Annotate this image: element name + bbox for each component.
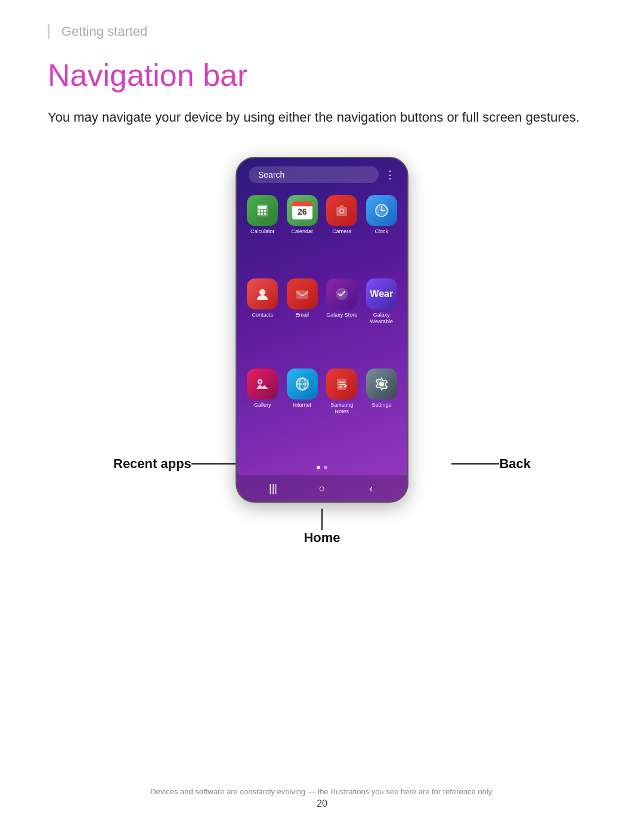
phone-header: Search ⋮ <box>237 158 407 189</box>
back-line <box>451 463 499 465</box>
gallery-icon <box>247 368 278 400</box>
internet-icon <box>287 368 318 400</box>
page-dots <box>237 460 407 475</box>
gallery-label: Gallery <box>254 402 271 408</box>
app-galaxy-wearable[interactable]: Wear Galaxy Wearable <box>364 278 400 364</box>
footer: Devices and software are constantly evol… <box>0 775 644 809</box>
back-button[interactable]: ‹ <box>361 481 380 496</box>
phone-diagram: Recent apps Search ⋮ <box>113 157 531 546</box>
diagram-area: Recent apps Search ⋮ <box>48 157 596 546</box>
recent-apps-label-area: Recent apps <box>113 456 239 472</box>
svg-rect-6 <box>261 213 263 215</box>
svg-rect-2 <box>258 210 260 212</box>
email-icon <box>287 278 318 309</box>
app-gallery[interactable]: Gallery <box>245 368 280 454</box>
app-internet[interactable]: Internet <box>285 368 320 454</box>
calculator-icon <box>247 195 278 226</box>
settings-label: Settings <box>371 402 391 408</box>
menu-icon: ⋮ <box>385 168 395 181</box>
svg-rect-4 <box>264 210 266 212</box>
calculator-label: Calculator <box>250 228 275 235</box>
phone-search: Search <box>249 166 379 183</box>
email-label: Email <box>295 312 309 318</box>
page-title: Navigation bar <box>48 57 596 93</box>
section-description: You may navigate your device by using ei… <box>48 107 584 127</box>
svg-point-9 <box>340 210 343 213</box>
svg-rect-1 <box>258 206 267 209</box>
svg-point-13 <box>259 289 265 295</box>
clock-label: Clock <box>374 228 388 235</box>
calendar-icon: 26 <box>287 195 318 226</box>
home-label: Home <box>304 530 340 546</box>
camera-label: Camera <box>332 228 351 235</box>
svg-rect-7 <box>264 213 266 215</box>
app-samsung-notes[interactable]: Samsung Notes <box>324 368 360 454</box>
recent-apps-button[interactable]: ||| <box>264 481 283 496</box>
camera-icon <box>326 195 357 226</box>
back-label: Back <box>499 456 531 472</box>
back-label-area: Back <box>451 456 531 472</box>
home-line <box>321 509 323 530</box>
search-text: Search <box>258 170 284 179</box>
galaxy-wearable-icon: Wear <box>366 278 397 309</box>
app-calculator[interactable]: Calculator <box>245 195 280 274</box>
galaxy-store-label: Galaxy Store <box>326 312 357 318</box>
svg-rect-3 <box>261 210 263 212</box>
apps-grid: Calculator 26 Calendar <box>237 189 407 460</box>
phone-row: Recent apps Search ⋮ <box>113 157 531 503</box>
samsung-notes-icon <box>326 368 357 400</box>
home-label-area: Home <box>304 509 340 546</box>
footer-note: Devices and software are constantly evol… <box>0 787 644 796</box>
samsung-notes-label: Samsung Notes <box>324 402 360 415</box>
page-number: 20 <box>0 798 644 809</box>
galaxy-wearable-label: Galaxy Wearable <box>364 312 400 325</box>
svg-rect-5 <box>258 213 260 215</box>
app-settings[interactable]: Settings <box>364 368 400 454</box>
dot-2 <box>324 466 327 469</box>
contacts-icon <box>247 278 278 309</box>
app-calendar[interactable]: 26 Calendar <box>285 195 320 274</box>
internet-label: Internet <box>293 402 311 408</box>
recent-apps-label: Recent apps <box>113 456 191 472</box>
app-galaxy-store[interactable]: Galaxy Store <box>324 278 360 364</box>
phone-nav-bar: ||| ○ ‹ <box>237 475 407 501</box>
settings-icon <box>366 368 397 400</box>
contacts-label: Contacts <box>252 312 273 318</box>
breadcrumb-text: Getting started <box>61 24 147 39</box>
breadcrumb: Getting started <box>48 24 596 39</box>
app-email[interactable]: Email <box>285 278 320 364</box>
app-clock[interactable]: Clock <box>364 195 400 274</box>
app-contacts[interactable]: Contacts <box>245 278 280 364</box>
app-camera[interactable]: Camera <box>324 195 360 274</box>
calendar-label: Calendar <box>291 228 313 235</box>
recent-apps-line <box>191 463 239 465</box>
svg-rect-14 <box>296 290 308 299</box>
galaxy-store-icon <box>326 278 357 309</box>
phone-mockup: Search ⋮ <box>236 157 408 503</box>
svg-point-16 <box>259 380 261 383</box>
dot-1 <box>317 466 320 469</box>
clock-icon <box>366 195 397 226</box>
home-button[interactable]: ○ <box>312 481 332 496</box>
